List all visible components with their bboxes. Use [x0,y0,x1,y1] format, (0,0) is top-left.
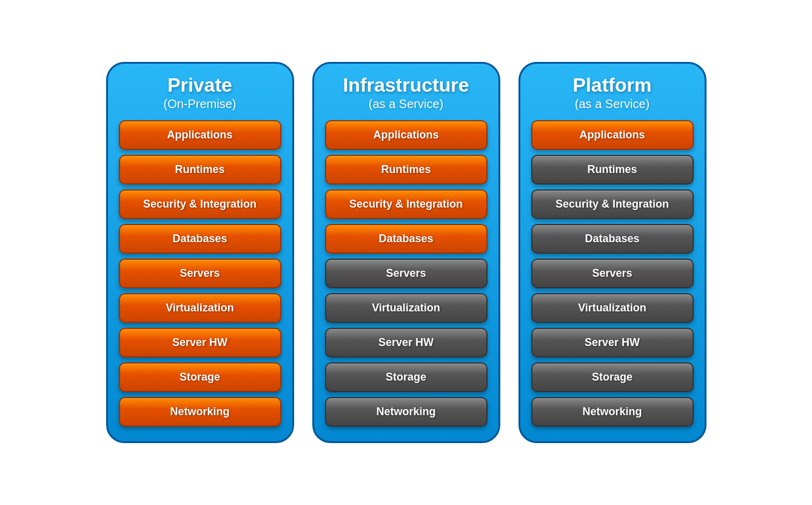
row-item-private-5: Virtualization [119,293,281,323]
row-item-private-3: Databases [119,224,281,254]
column-infrastructure: Infrastructure(as a Service)Applications… [312,62,500,443]
diagram-container: Private(On-Premise)ApplicationsRuntimesS… [94,50,719,455]
row-item-private-1: Runtimes [119,155,281,185]
row-item-infrastructure-3: Databases [325,224,488,254]
column-subtitle-infrastructure: (as a Service) [343,96,469,112]
column-platform: Platform(as a Service)ApplicationsRuntim… [518,62,706,443]
column-subtitle-private: (On-Premise) [163,96,236,112]
row-item-private-8: Networking [119,397,281,427]
column-subtitle-platform: (as a Service) [573,96,652,112]
column-header-infrastructure: Infrastructure(as a Service) [343,75,469,112]
row-item-platform-2: Security & Integration [531,189,694,219]
row-item-infrastructure-8: Networking [325,397,488,427]
column-title-platform: Platform [573,75,652,96]
column-header-platform: Platform(as a Service) [573,75,652,112]
row-item-platform-6: Server HW [531,328,694,358]
row-item-infrastructure-4: Servers [325,259,488,288]
row-item-private-2: Security & Integration [119,189,281,219]
row-item-infrastructure-1: Runtimes [325,155,488,185]
row-item-infrastructure-6: Server HW [325,328,488,358]
row-item-platform-7: Storage [531,362,694,392]
row-item-infrastructure-0: Applications [325,120,488,150]
column-header-private: Private(On-Premise) [163,75,236,112]
column-title-infrastructure: Infrastructure [343,75,469,96]
row-item-platform-1: Runtimes [531,155,694,185]
row-item-platform-5: Virtualization [531,293,694,323]
row-item-private-6: Server HW [119,328,281,358]
row-item-infrastructure-7: Storage [325,362,488,392]
column-title-private: Private [163,75,236,96]
row-item-platform-4: Servers [531,259,694,288]
row-item-private-4: Servers [119,259,281,288]
column-private: Private(On-Premise)ApplicationsRuntimesS… [106,62,294,443]
row-item-infrastructure-2: Security & Integration [325,189,488,219]
row-item-platform-3: Databases [531,224,694,254]
row-item-infrastructure-5: Virtualization [325,293,488,323]
row-item-private-0: Applications [119,120,281,150]
row-item-private-7: Storage [119,362,281,392]
row-item-platform-0: Applications [531,120,694,150]
row-item-platform-8: Networking [531,397,694,427]
